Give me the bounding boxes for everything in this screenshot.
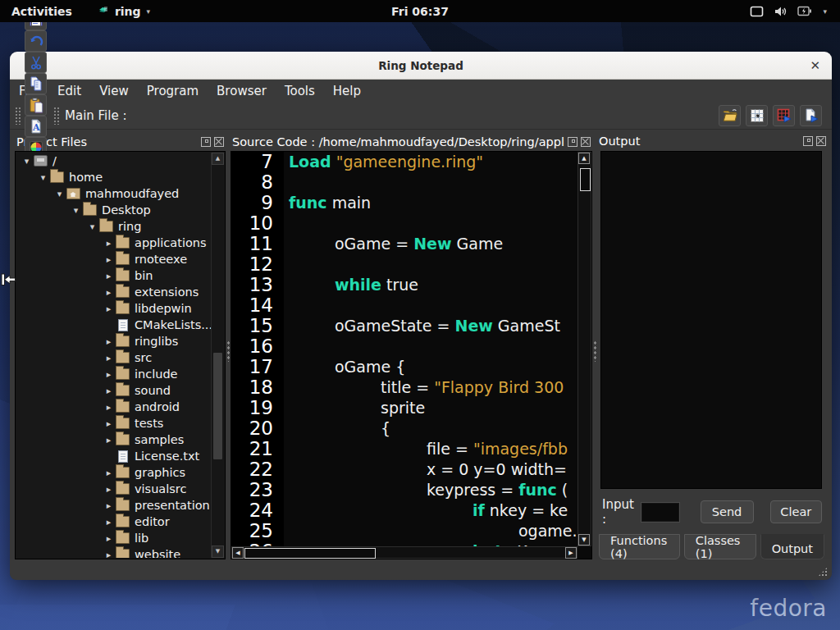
tree-item-bin[interactable]: ▸bin [16,267,212,284]
code-line-24[interactable]: 24if nkey = ke [231,500,578,521]
expanded-arrow-icon[interactable]: ▾ [71,205,81,216]
run-gui-main-button[interactable] [773,105,795,126]
tree-item-libdepwin[interactable]: ▸libdepwin [16,300,212,317]
collapsed-arrow-icon[interactable]: ▸ [103,418,114,429]
tree-item-mahmoudfayed[interactable]: ▾mahmoudfayed [16,185,212,202]
tree-item-sound[interactable]: ▸sound [16,382,212,399]
expanded-arrow-icon[interactable]: ▾ [38,172,48,183]
tree-item-license-txt[interactable]: License.txt [16,448,212,464]
tab-functions-4[interactable]: Functions (4) [599,534,680,559]
tree-item-extensions[interactable]: ▸extensions [16,284,212,300]
collapsed-arrow-icon[interactable]: ▸ [103,435,114,445]
collapsed-arrow-icon[interactable]: ▸ [103,353,114,363]
window-close-button[interactable]: ✕ [810,52,820,79]
collapsed-arrow-icon[interactable]: ▸ [103,336,114,347]
resize-grip[interactable] [818,567,828,577]
tree-item-desktop[interactable]: ▾Desktop [16,202,212,218]
editor-vscrollbar[interactable]: ▲ ▼ [578,152,591,546]
tree-item-cmakelists-[interactable]: CMakeLists.... [16,317,212,333]
code-editor[interactable]: 7Load "gameengine.ring"89func main1011oG… [231,151,592,559]
collapsed-arrow-icon[interactable]: ▸ [103,304,114,314]
menu-help[interactable]: Help [324,80,370,103]
code-line-13[interactable]: 13while true [231,275,578,295]
tree-item-visualsrc[interactable]: ▸visualsrc [16,481,212,497]
menu-view[interactable]: View [90,80,138,103]
collapsed-arrow-icon[interactable]: ▸ [103,500,114,511]
menu-edit[interactable]: Edit [48,80,90,103]
output-console[interactable] [600,151,822,489]
code-line-17[interactable]: 17oGame { [231,357,578,377]
system-tray[interactable]: ▾ [750,0,827,22]
code-line-14[interactable]: 14 [231,295,578,316]
tree-item-ringlibs[interactable]: ▸ringlibs [16,333,212,349]
close-panel-icon[interactable] [214,137,224,147]
scroll-down-icon[interactable]: ▼ [212,546,224,558]
clear-button[interactable]: Clear [770,500,822,523]
collapsed-arrow-icon[interactable]: ▸ [103,386,114,396]
code-line-21[interactable]: 21file = "images/fbb [231,439,578,459]
copy-button[interactable] [25,73,47,94]
scroll-up-icon[interactable]: ▲ [212,153,224,165]
tree-item-include[interactable]: ▸include [16,366,212,382]
code-line-7[interactable]: 7Load "gameengine.ring" [231,152,578,172]
open-main-file-button[interactable] [719,105,741,126]
tab-output[interactable]: Output [760,534,824,559]
scroll-right-icon[interactable]: ▶ [565,547,577,559]
close-panel-icon[interactable] [816,136,826,146]
code-line-23[interactable]: 23keypress = func ( [231,480,578,500]
tree-item-lib[interactable]: ▸lib [16,530,212,546]
expanded-arrow-icon[interactable]: ▾ [21,156,32,167]
expanded-arrow-icon[interactable]: ▾ [87,221,98,232]
run-main-button[interactable] [800,105,822,126]
collapsed-arrow-icon[interactable]: ▸ [103,238,114,249]
cut-button[interactable] [25,52,47,73]
tree-item-src[interactable]: ▸src [16,349,212,366]
window-titlebar[interactable]: Ring Notepad ✕ [10,52,832,80]
collapsed-arrow-icon[interactable]: ▸ [103,533,114,544]
tree-item-ring[interactable]: ▾ring [16,218,212,235]
toolbar-grip[interactable] [53,107,60,125]
editor-hscrollbar[interactable]: ◀ ▶ [231,546,578,559]
tree-item-rnoteexe[interactable]: ▸rnoteexe [16,251,212,267]
editor-hscroll-thumb[interactable] [244,548,376,559]
code-line-12[interactable]: 12 [231,254,578,275]
collapsed-arrow-icon[interactable]: ▸ [103,484,114,495]
console-input[interactable] [641,503,678,522]
tree-item-applications[interactable]: ▸applications [16,235,212,251]
scroll-up-icon[interactable]: ▲ [578,153,590,164]
collapsed-arrow-icon[interactable]: ▸ [103,254,114,265]
collapsed-arrow-icon[interactable]: ▸ [103,517,114,527]
collapsed-arrow-icon[interactable]: ▸ [103,402,114,413]
code-line-20[interactable]: 20{ [231,418,578,439]
menu-tools[interactable]: Tools [276,80,324,103]
project-tree[interactable]: ▾/▾home▾mahmoudfayed▾Desktop▾ring▸applic… [15,151,226,559]
tree-item-presentation[interactable]: ▸presentation [16,497,212,514]
code-line-16[interactable]: 16 [231,336,578,357]
code-line-22[interactable]: 22x = 0 y=0 width= [231,459,578,480]
tree-scrollbar[interactable]: ▲ ▼ [211,153,224,558]
font-button[interactable]: A [25,116,47,137]
tree-item-android[interactable]: ▸android [16,399,212,415]
menu-browser[interactable]: Browser [208,80,276,103]
code-line-11[interactable]: 11oGame = New Game [231,234,578,254]
float-panel-icon[interactable] [803,136,813,146]
tree-item-samples[interactable]: ▸samples [16,431,212,448]
code-line-10[interactable]: 10 [231,213,578,234]
float-panel-icon[interactable] [201,137,211,147]
tree-item-website[interactable]: ▸website [16,546,212,558]
paste-button[interactable] [25,94,47,116]
app-menu[interactable]: ring ▾ [97,3,150,19]
tab-classes-1[interactable]: Classes (1) [684,534,756,559]
form-designer-main-button[interactable] [746,105,768,126]
float-panel-icon[interactable] [568,137,578,147]
scroll-left-icon[interactable]: ◀ [232,547,244,559]
close-panel-icon[interactable] [581,137,591,147]
tree-item-editor[interactable]: ▸editor [16,514,212,530]
panel-splitter[interactable] [592,132,597,559]
menu-program[interactable]: Program [138,80,208,103]
collapsed-arrow-icon[interactable]: ▸ [103,550,114,559]
collapsed-arrow-icon[interactable]: ▸ [103,287,114,298]
collapsed-arrow-icon[interactable]: ▸ [103,271,114,281]
undo-button[interactable] [25,30,47,52]
send-button[interactable]: Send [701,500,754,523]
